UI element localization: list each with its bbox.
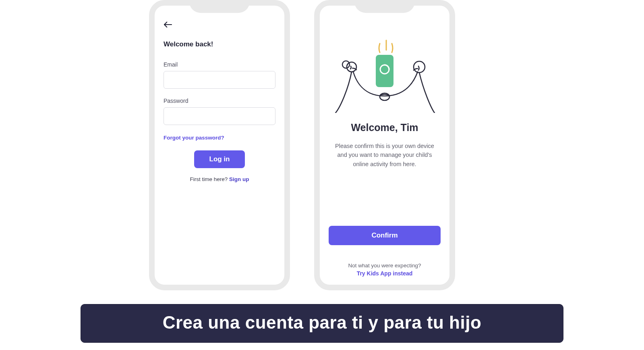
login-button[interactable]: Log in	[194, 150, 245, 168]
email-label: Email	[164, 61, 275, 68]
phone-notch	[354, 0, 415, 13]
password-label: Password	[164, 98, 275, 104]
phone-mock-confirm: Welcome, Tim Please confirm this is your…	[314, 0, 455, 290]
email-field[interactable]	[164, 71, 275, 89]
phone-mock-login: Welcome back! Email Password Forgot your…	[149, 0, 290, 290]
svg-rect-5	[376, 55, 393, 87]
try-kids-app-link[interactable]: Try Kids App instead	[320, 270, 449, 277]
caption-text: Crea una cuenta para ti y para tu hijo	[163, 312, 482, 332]
forgot-password-link[interactable]: Forgot your password?	[164, 135, 224, 141]
parents-illustration	[332, 28, 437, 113]
login-heading: Welcome back!	[164, 40, 275, 48]
email-group: Email	[164, 61, 275, 89]
confirm-button[interactable]: Confirm	[329, 226, 441, 245]
password-group: Password	[164, 98, 275, 125]
signup-prefix: First time here?	[190, 176, 229, 182]
back-icon[interactable]	[164, 21, 172, 30]
signup-row: First time here? Sign up	[164, 176, 275, 182]
alt-row: Not what you were expecting? Try Kids Ap…	[320, 262, 449, 277]
signup-link[interactable]: Sign up	[229, 176, 249, 182]
welcome-body: Please confirm this is your own device a…	[320, 142, 449, 169]
svg-point-2	[342, 61, 350, 68]
password-field[interactable]	[164, 107, 275, 125]
alt-prefix: Not what you were expecting?	[348, 262, 421, 269]
welcome-title: Welcome, Tim	[320, 122, 449, 133]
phone-notch	[189, 0, 250, 13]
caption-bar: Crea una cuenta para ti y para tu hijo	[81, 304, 563, 343]
